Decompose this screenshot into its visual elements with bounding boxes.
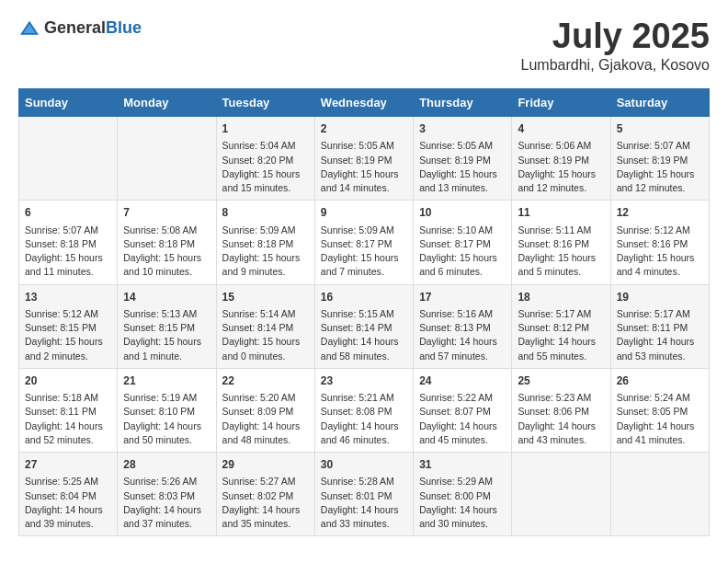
calendar-cell [610, 453, 709, 536]
day-info: Daylight: 14 hours and 55 minutes. [518, 335, 604, 362]
calendar-cell: 27Sunrise: 5:25 AMSunset: 8:04 PMDayligh… [19, 453, 118, 536]
day-info: Daylight: 14 hours and 53 minutes. [617, 335, 703, 362]
calendar-cell: 24Sunrise: 5:22 AMSunset: 8:07 PMDayligh… [414, 368, 512, 452]
day-number: 11 [518, 205, 604, 221]
day-info: Sunset: 8:15 PM [123, 321, 210, 335]
day-info: Sunrise: 5:18 AM [25, 391, 111, 405]
calendar-cell: 22Sunrise: 5:20 AMSunset: 8:09 PMDayligh… [216, 368, 314, 452]
week-row-3: 13Sunrise: 5:12 AMSunset: 8:15 PMDayligh… [19, 284, 710, 368]
header-sunday: Sunday [19, 89, 118, 117]
week-row-2: 6Sunrise: 5:07 AMSunset: 8:18 PMDaylight… [19, 201, 710, 284]
day-info: Sunset: 8:08 PM [321, 405, 407, 419]
day-number: 17 [419, 290, 506, 305]
day-info: Sunrise: 5:07 AM [617, 139, 703, 153]
day-info: Sunset: 8:18 PM [25, 237, 111, 251]
day-info: Sunset: 8:01 PM [321, 489, 407, 503]
day-number: 7 [123, 205, 210, 221]
title-area: July 2025 Lumbardhi, Gjakova, Kosovo [521, 18, 710, 74]
day-info: Sunset: 8:18 PM [123, 237, 210, 251]
day-info: Sunset: 8:10 PM [123, 405, 210, 419]
day-info: Sunrise: 5:29 AM [419, 475, 506, 488]
day-info: Sunrise: 5:23 AM [518, 391, 604, 405]
day-info: Sunrise: 5:21 AM [321, 391, 407, 405]
calendar-cell [512, 453, 610, 536]
day-info: Sunrise: 5:14 AM [222, 307, 309, 321]
calendar-cell: 12Sunrise: 5:12 AMSunset: 8:16 PMDayligh… [610, 201, 709, 284]
calendar-cell: 7Sunrise: 5:08 AMSunset: 8:18 PMDaylight… [118, 201, 216, 284]
day-info: Daylight: 14 hours and 35 minutes. [222, 503, 309, 531]
calendar-cell: 17Sunrise: 5:16 AMSunset: 8:13 PMDayligh… [414, 284, 512, 368]
day-info: Sunrise: 5:04 AM [222, 139, 309, 153]
calendar-cell: 29Sunrise: 5:27 AMSunset: 8:02 PMDayligh… [216, 453, 314, 536]
day-info: Sunset: 8:05 PM [617, 405, 703, 419]
day-info: Sunrise: 5:11 AM [518, 224, 604, 237]
day-info: Sunrise: 5:28 AM [321, 475, 407, 488]
day-number: 9 [321, 205, 407, 221]
day-number: 25 [518, 373, 604, 389]
week-row-1: 1Sunrise: 5:04 AMSunset: 8:20 PMDaylight… [19, 117, 710, 201]
calendar-cell: 10Sunrise: 5:10 AMSunset: 8:17 PMDayligh… [414, 201, 512, 284]
day-info: Daylight: 15 hours and 9 minutes. [222, 251, 309, 279]
day-info: Daylight: 14 hours and 43 minutes. [518, 419, 604, 447]
day-info: Sunrise: 5:12 AM [617, 224, 703, 237]
header-wednesday: Wednesday [314, 89, 413, 117]
day-info: Sunrise: 5:09 AM [222, 224, 309, 237]
day-info: Daylight: 15 hours and 2 minutes. [25, 335, 111, 362]
day-info: Sunrise: 5:10 AM [419, 224, 506, 237]
calendar-cell: 11Sunrise: 5:11 AMSunset: 8:16 PMDayligh… [512, 201, 610, 284]
day-info: Daylight: 15 hours and 0 minutes. [222, 335, 309, 362]
day-info: Sunrise: 5:06 AM [518, 139, 604, 153]
day-info: Sunset: 8:04 PM [25, 489, 111, 503]
day-info: Daylight: 14 hours and 46 minutes. [321, 419, 407, 447]
day-info: Sunrise: 5:27 AM [222, 475, 309, 488]
location-title: Lumbardhi, Gjakova, Kosovo [521, 57, 710, 74]
day-info: Daylight: 14 hours and 52 minutes. [25, 419, 111, 447]
day-info: Sunrise: 5:07 AM [25, 224, 111, 237]
day-info: Daylight: 15 hours and 13 minutes. [419, 167, 506, 195]
day-number: 13 [25, 290, 111, 305]
day-info: Daylight: 14 hours and 30 minutes. [419, 503, 506, 531]
day-info: Daylight: 14 hours and 39 minutes. [25, 503, 111, 531]
day-info: Sunrise: 5:15 AM [321, 307, 407, 321]
day-number: 24 [419, 373, 506, 389]
day-number: 28 [123, 457, 210, 473]
day-number: 16 [321, 290, 407, 305]
calendar-cell: 21Sunrise: 5:19 AMSunset: 8:10 PMDayligh… [118, 368, 216, 452]
logo-text-general: General [44, 18, 106, 37]
day-info: Daylight: 14 hours and 48 minutes. [222, 419, 309, 447]
day-info: Daylight: 15 hours and 6 minutes. [419, 251, 506, 279]
day-info: Sunrise: 5:19 AM [123, 391, 210, 405]
day-info: Sunrise: 5:25 AM [25, 475, 111, 488]
day-info: Sunset: 8:09 PM [222, 405, 309, 419]
day-info: Daylight: 15 hours and 15 minutes. [222, 167, 309, 195]
header-thursday: Thursday [414, 89, 512, 117]
calendar-cell: 16Sunrise: 5:15 AMSunset: 8:14 PMDayligh… [314, 284, 413, 368]
day-info: Daylight: 14 hours and 50 minutes. [123, 419, 210, 447]
day-info: Sunrise: 5:13 AM [123, 307, 210, 321]
day-number: 30 [321, 457, 407, 473]
day-number: 20 [25, 373, 111, 389]
day-info: Sunset: 8:07 PM [419, 405, 506, 419]
logo-text-blue: Blue [106, 18, 142, 37]
day-number: 5 [617, 121, 703, 137]
logo-icon [18, 19, 40, 38]
day-info: Daylight: 15 hours and 14 minutes. [321, 167, 407, 195]
day-number: 14 [123, 290, 210, 305]
day-info: Daylight: 14 hours and 41 minutes. [617, 419, 703, 447]
day-info: Sunrise: 5:17 AM [617, 307, 703, 321]
calendar-cell: 13Sunrise: 5:12 AMSunset: 8:15 PMDayligh… [19, 284, 118, 368]
week-row-4: 20Sunrise: 5:18 AMSunset: 8:11 PMDayligh… [19, 368, 710, 452]
day-number: 22 [222, 373, 309, 389]
day-info: Sunrise: 5:08 AM [123, 224, 210, 237]
day-info: Sunset: 8:17 PM [321, 237, 407, 251]
calendar-table: SundayMondayTuesdayWednesdayThursdayFrid… [18, 88, 710, 536]
day-info: Sunset: 8:00 PM [419, 489, 506, 503]
header-friday: Friday [512, 89, 610, 117]
day-info: Sunrise: 5:12 AM [25, 307, 111, 321]
day-number: 18 [518, 290, 604, 305]
day-info: Sunset: 8:19 PM [518, 154, 604, 167]
day-number: 26 [617, 373, 703, 389]
day-info: Sunset: 8:18 PM [222, 237, 309, 251]
day-info: Sunrise: 5:20 AM [222, 391, 309, 405]
day-info: Sunset: 8:14 PM [222, 321, 309, 335]
